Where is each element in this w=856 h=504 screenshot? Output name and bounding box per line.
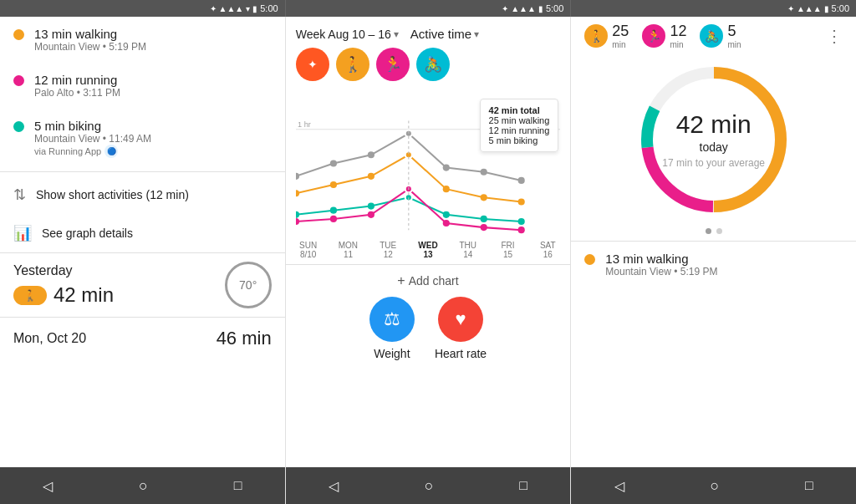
short-activities-icon: ⇅ — [13, 186, 26, 204]
bottom-nav-2: ◁ ○ □ — [286, 467, 571, 504]
dot-1 — [706, 228, 711, 234]
svg-point-27 — [442, 220, 449, 227]
svg-point-24 — [330, 216, 337, 222]
monday-title: Mon, Oct 20 — [13, 331, 86, 346]
running-stat-icon: 🏃 — [642, 24, 665, 48]
week-dropdown-icon: ▾ — [394, 28, 399, 40]
active-time-dropdown-icon: ▾ — [474, 28, 479, 40]
walking-info: 13 min walking Mountain View • 5:19 PM — [34, 27, 146, 53]
activity-item-biking[interactable]: 5 min biking Mountain View • 11:49 AM vi… — [0, 109, 285, 168]
svg-point-8 — [517, 177, 524, 184]
yesterday-section: Yesterday 🚶 42 min 70° — [0, 253, 285, 317]
tooltip-biking: 5 min biking — [489, 135, 550, 145]
status-bar-1: ✦ ▲▲▲ ▾ ▮ 5:00 — [0, 0, 285, 17]
weight-label: Weight — [374, 347, 410, 360]
sig3-icon: ▲▲▲ — [797, 4, 822, 13]
day-labels: SUN 8/10 MON 11 TUE 12 WED 13 — [286, 241, 571, 264]
svg-point-15 — [517, 198, 524, 205]
donut-average-label: 17 min to your average — [662, 157, 765, 169]
yesterday-minutes: 42 min — [54, 283, 114, 307]
all-activities-icon[interactable]: ✦ — [296, 48, 329, 81]
chart-header: Week Aug 10 – 16 ▾ Active time ▾ — [286, 17, 571, 44]
running-dot — [13, 75, 24, 86]
back-button-1[interactable]: ◁ — [43, 478, 53, 494]
home-button-2[interactable]: ○ — [425, 477, 434, 495]
svg-point-2 — [296, 173, 299, 180]
running-info: 12 min running Palo Alto • 3:11 PM — [34, 73, 120, 99]
today-activity-item[interactable]: 13 min walking Mountain View • 5:19 PM — [571, 242, 856, 288]
biking-stat-emoji: 🚴 — [705, 29, 719, 43]
dots-indicator — [571, 227, 856, 241]
back-button-2[interactable]: ◁ — [329, 478, 339, 494]
back-button-3[interactable]: ◁ — [614, 478, 624, 494]
weight-chart-option[interactable]: ⚖ Weight — [369, 297, 415, 360]
bat2-icon: ▮ — [538, 4, 543, 13]
tooltip-walking: 25 min walking — [489, 115, 550, 125]
donut-container: 42 min today 17 min to your average — [571, 53, 856, 227]
donut-main-value: 42 min — [662, 110, 765, 139]
yesterday-badge: 🚶 — [13, 286, 47, 305]
walking-filter-icon[interactable]: 🚶 — [336, 48, 369, 81]
wifi-icon: ▾ — [246, 4, 250, 13]
activity-item-running[interactable]: 12 min running Palo Alto • 3:11 PM — [0, 63, 285, 109]
day-fri: FRI 15 — [496, 241, 521, 259]
biking-filter-icon[interactable]: 🚴 — [416, 48, 450, 81]
walking-stat-value: 25 — [612, 23, 629, 40]
today-activity-info: 13 min walking Mountain View • 5:19 PM — [605, 252, 717, 277]
recent-button-3[interactable]: □ — [805, 478, 813, 493]
heart-rate-chart-option[interactable]: ♥ Heart rate — [435, 297, 487, 360]
yesterday-title: Yesterday — [13, 263, 114, 278]
today-activity-dot — [584, 254, 595, 265]
week-label: Week Aug 10 – 16 — [296, 28, 391, 41]
more-options-icon[interactable]: ⋮ — [819, 26, 849, 46]
home-button-3[interactable]: ○ — [710, 477, 719, 495]
svg-point-6 — [442, 165, 449, 171]
add-chart-row: + Add chart — [286, 265, 571, 293]
svg-point-23 — [296, 218, 299, 225]
svg-text:1 hr: 1 hr — [298, 120, 311, 129]
recent-button-2[interactable]: □ — [519, 478, 527, 493]
add-chart-button[interactable]: + Add chart — [397, 273, 458, 288]
day-sun: SUN 8/10 — [296, 241, 321, 259]
svg-point-13 — [442, 186, 449, 192]
add-chart-label: Add chart — [409, 274, 459, 288]
running-stat-value: 12 — [670, 23, 686, 40]
biking-stat-value: 5 — [727, 23, 741, 40]
status-bar-2: ✦ ▲▲▲ ▮ 5:00 — [285, 0, 571, 17]
see-graph-details[interactable]: 📊 See graph details — [0, 214, 285, 252]
app-icon: 🔵 — [104, 145, 118, 158]
walking-sub: Mountain View • 5:19 PM — [34, 41, 146, 53]
walking-stat-unit: min — [612, 40, 629, 49]
graph-icon: 📊 — [13, 224, 32, 242]
tooltip-running: 12 min running — [489, 125, 550, 135]
donut-center-text: 42 min today 17 min to your average — [662, 110, 765, 169]
activity-icons-row: ✦ 🚶 🏃 🚴 — [286, 44, 571, 86]
svg-point-3 — [330, 160, 337, 166]
via-label: via Running App — [34, 146, 101, 156]
day-sat: SAT 16 — [535, 241, 560, 259]
svg-point-14 — [480, 194, 487, 201]
svg-point-28 — [480, 224, 487, 231]
bat3-icon: ▮ — [824, 4, 829, 13]
svg-point-7 — [480, 169, 487, 176]
running-stat-unit: min — [670, 40, 686, 49]
today-activity-title: 13 min walking — [605, 252, 717, 266]
chart-options: ⚖ Weight ♥ Heart rate — [286, 293, 571, 364]
chart-area: 1 hr — [286, 86, 571, 241]
plus-icon: + — [397, 273, 405, 288]
today-stat-running: 🏃 12 min — [635, 23, 693, 49]
walking-badge-icon: 🚶 — [23, 289, 37, 302]
sig2-icon: ▲▲▲ — [511, 4, 536, 13]
home-button-1[interactable]: ○ — [139, 477, 148, 495]
week-selector[interactable]: Week Aug 10 – 16 ▾ — [296, 28, 399, 41]
svg-point-11 — [367, 173, 374, 180]
donut-today-label: today — [662, 140, 765, 154]
today-stats: 🚶 25 min 🏃 — [578, 23, 747, 49]
active-time-selector[interactable]: Active time ▾ — [410, 27, 479, 41]
running-filter-icon[interactable]: 🏃 — [376, 48, 410, 81]
show-short-activities[interactable]: ⇅ Show short activities (12 min) — [0, 176, 285, 214]
svg-point-10 — [330, 181, 337, 188]
activity-item-walking[interactable]: 13 min walking Mountain View • 5:19 PM — [0, 17, 285, 63]
status-time-3: 5:00 — [832, 3, 849, 13]
recent-button-1[interactable]: □ — [234, 478, 242, 493]
